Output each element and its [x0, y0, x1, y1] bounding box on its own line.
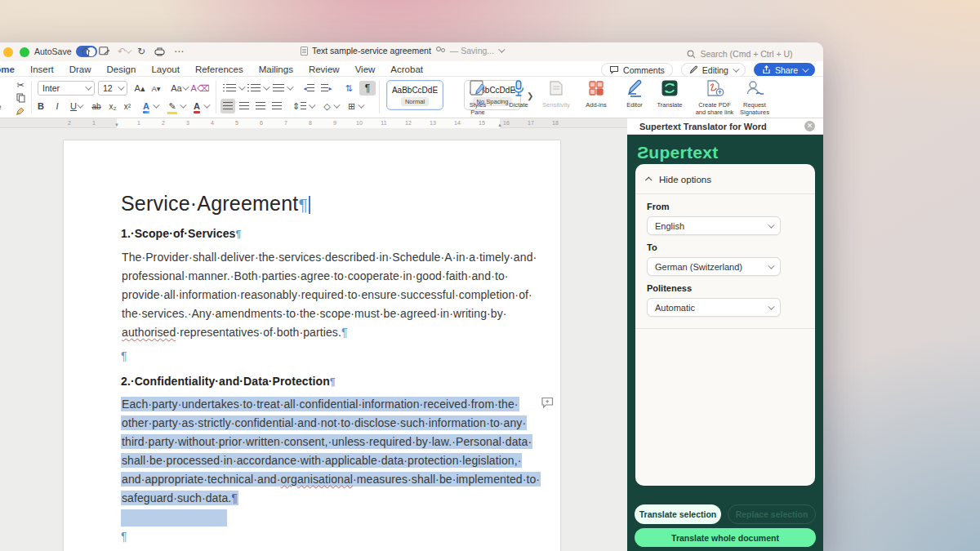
dictate-button[interactable]: Dictate	[497, 79, 540, 109]
share-icon	[762, 65, 771, 74]
replace-selection-button[interactable]: Replace selection	[728, 504, 816, 524]
editing-dropdown[interactable]: Editing	[681, 63, 746, 77]
create-pdf-icon	[705, 79, 724, 100]
align-right-icon[interactable]	[253, 100, 268, 113]
hide-options-toggle[interactable]: Hide options	[647, 171, 804, 188]
ruler-number: 18	[552, 120, 559, 126]
styles-pane-icon	[469, 79, 487, 100]
tab-references[interactable]: References	[195, 64, 243, 74]
to-dropdown[interactable]: German (Switzerland)	[647, 257, 781, 276]
clear-formatting-icon[interactable]: A⌫	[193, 82, 207, 95]
strikethrough-icon[interactable]: ab	[88, 100, 105, 113]
tab-acrobat[interactable]: Acrobat	[390, 64, 423, 74]
ruler-number: 10	[356, 120, 363, 126]
justify-icon[interactable]	[270, 100, 284, 113]
politeness-label: Politeness	[647, 283, 804, 293]
bullets-icon[interactable]	[222, 82, 243, 95]
font-size-select[interactable]: 12	[98, 81, 127, 96]
save-icon[interactable]	[96, 45, 111, 58]
underline-icon[interactable]: U	[65, 100, 87, 113]
create-pdf-button[interactable]: Create PDF and share link	[693, 79, 736, 116]
ruler-number: 11	[381, 120, 386, 126]
increase-indent-icon[interactable]: ▸	[318, 82, 335, 95]
subscript-icon[interactable]: x₂	[106, 100, 119, 113]
create-pdf-label: Create PDF and share link	[696, 102, 734, 116]
italic-icon[interactable]: I	[51, 100, 64, 113]
panel-close-icon[interactable]: ✕	[804, 121, 815, 131]
tab-view[interactable]: View	[355, 64, 376, 74]
styles-pane-button[interactable]: Styles Pane	[457, 79, 499, 116]
tab-insert[interactable]: Insert	[30, 64, 54, 74]
shading-icon[interactable]: ◇	[320, 100, 341, 113]
request-signatures-button[interactable]: Request Signatures	[733, 79, 776, 116]
document-canvas: Service·Agreement¶1.·Scope·of·Services¶T…	[0, 128, 627, 551]
superscript-icon[interactable]: x²	[121, 100, 134, 113]
tab-layout[interactable]: Layout	[151, 64, 180, 74]
font-name-select[interactable]: Inter	[38, 81, 95, 96]
share-button[interactable]: Share	[754, 63, 815, 77]
doc-line: The·Provider·shall·deliver·the·services·…	[121, 249, 537, 266]
change-case-icon[interactable]: Aa	[168, 82, 189, 95]
text-effects-icon[interactable]: A	[139, 100, 162, 113]
print-icon[interactable]	[152, 45, 167, 58]
search-placeholder: Search (Cmd + Ctrl + U)	[700, 49, 792, 59]
add-comment-icon[interactable]	[541, 397, 555, 409]
translate-selection-button[interactable]: Translate selection	[635, 504, 721, 524]
chevron-down-icon	[768, 303, 774, 309]
multilevel-list-icon[interactable]	[271, 82, 292, 95]
sort-icon[interactable]: ⇅	[341, 82, 356, 95]
shrink-font-icon[interactable]: A▾	[149, 82, 163, 95]
dictate-label: Dictate	[509, 102, 528, 109]
ruler-number: 2	[68, 120, 71, 126]
align-left-icon[interactable]	[220, 99, 235, 113]
decrease-indent-icon[interactable]: ◂	[301, 82, 317, 95]
editor-label: Editor	[626, 102, 643, 109]
document-title: Text sample-service agreement	[312, 46, 431, 56]
translate-button[interactable]: Translate	[648, 79, 691, 109]
grow-font-icon[interactable]: A▴	[132, 82, 147, 95]
format-painter-icon[interactable]	[13, 106, 28, 116]
show-paragraph-marks-icon[interactable]: ¶	[359, 81, 376, 96]
home-icon[interactable]	[78, 45, 93, 58]
bold-icon[interactable]: B	[34, 100, 47, 113]
title-chevron-icon[interactable]	[498, 46, 505, 52]
ruler-number: 2	[162, 120, 165, 126]
redo-icon[interactable]: ↻	[134, 45, 149, 58]
paste-button[interactable]	[0, 80, 8, 101]
right-indent-marker[interactable]: ▲	[497, 122, 502, 127]
zoom-window-button[interactable]	[20, 47, 29, 57]
search-bar[interactable]: Search (Cmd + Ctrl + U)	[634, 49, 823, 59]
borders-icon[interactable]: ⊞	[345, 100, 366, 113]
supertext-panel: Supertext Translator for Word ✕ Supertex…	[627, 118, 823, 551]
search-icon	[687, 50, 696, 59]
style-normal[interactable]: AaBbCcDdE Normal	[386, 80, 443, 110]
cut-icon[interactable]: ✂	[13, 80, 28, 91]
panel-body: Supertext Hide options FromEnglishToGerm…	[627, 135, 823, 551]
copy-icon[interactable]	[13, 93, 28, 103]
tab-draw[interactable]: Draw	[69, 64, 91, 74]
tab-mailings[interactable]: Mailings	[259, 64, 293, 74]
highlight-icon[interactable]: ✎	[165, 100, 188, 113]
more-commands-icon[interactable]: ⋯	[172, 45, 186, 58]
document-page[interactable]: Service·Agreement¶1.·Scope·of·Services¶T…	[64, 140, 560, 551]
comments-button[interactable]: Comments	[601, 63, 673, 77]
line-spacing-icon[interactable]: ⇕	[292, 100, 314, 113]
tab-review[interactable]: Review	[309, 64, 340, 74]
tab-design[interactable]: Design	[107, 64, 136, 74]
from-dropdown[interactable]: English	[647, 216, 781, 235]
sensitivity-button: Sensitivity	[535, 79, 577, 109]
font-color-icon[interactable]: A	[189, 100, 212, 113]
left-indent-marker[interactable]: ▼	[114, 122, 119, 127]
doc-heading-1: 1.·Scope·of·Services¶	[121, 225, 241, 243]
align-center-icon[interactable]	[237, 100, 252, 113]
translate-whole-document-button[interactable]: Translate whole document	[635, 528, 816, 547]
autosave-label: AutoSave	[34, 47, 72, 56]
minimize-window-button[interactable]	[3, 47, 13, 57]
undo-chevron-icon[interactable]	[124, 45, 131, 58]
add-ins-button[interactable]: Add-ins	[575, 79, 617, 109]
empty-paragraph-mark: ¶	[121, 348, 127, 365]
politeness-dropdown[interactable]: Automatic	[647, 298, 781, 317]
tab-home[interactable]: Home	[0, 64, 15, 74]
add-ins-label: Add-ins	[586, 102, 606, 109]
numbering-icon[interactable]	[247, 82, 268, 95]
